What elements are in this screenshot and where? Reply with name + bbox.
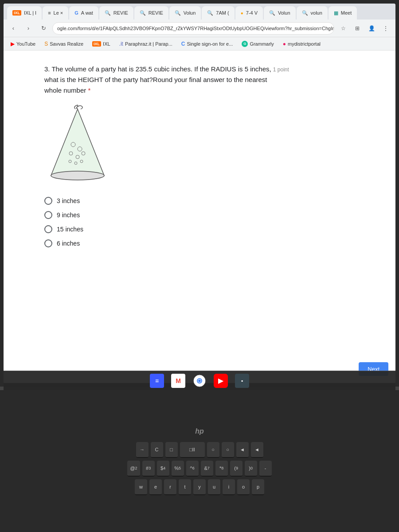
- radio-option-9inches[interactable]: 9 inches: [44, 211, 355, 219]
- tab-google-icon: G: [74, 10, 78, 16]
- key-at[interactable]: @2: [127, 461, 140, 477]
- tab-meet[interactable]: ▦ Meet: [329, 6, 357, 20]
- tab-7am-label: 7AM (: [216, 10, 229, 16]
- key-refresh[interactable]: C: [151, 442, 163, 458]
- tab-meet-icon: ▦: [334, 10, 338, 16]
- extensions-button[interactable]: ⊞: [351, 22, 364, 35]
- tab-74v[interactable]: ● 7-4 V: [235, 6, 263, 20]
- tab-le[interactable]: ≡ Le ×: [43, 6, 68, 20]
- tab-revie2-label: REVIE: [149, 10, 163, 16]
- tab-volun3[interactable]: 🔍 volun: [297, 6, 328, 20]
- tab-volun1[interactable]: 🔍 Volun: [169, 6, 201, 20]
- tab-le-icon: ≡: [48, 10, 51, 16]
- reload-button[interactable]: ↻: [37, 22, 50, 35]
- radio-option-15inches[interactable]: 15 inches: [44, 225, 355, 233]
- tab-revie1[interactable]: 🔍 REVIE: [99, 6, 133, 20]
- tab-google[interactable]: G A wat: [69, 6, 98, 20]
- browser-window: IXL IXL | I ≡ Le × G A wat 🔍 REVIE 🔍 REV…: [4, 4, 395, 383]
- key-o[interactable]: o: [237, 479, 250, 495]
- party-hat-image: [44, 105, 111, 184]
- youtube-favicon: ▶: [11, 41, 15, 47]
- address-bar[interactable]: ogle.com/forms/d/e/1FAlpQLSdhh23VBO9FKpn…: [52, 22, 334, 35]
- bookmark-grammarly[interactable]: G Grammarly: [238, 40, 277, 48]
- tab-volun2-icon: 🔍: [269, 10, 275, 16]
- tab-revie2[interactable]: 🔍 REVIE: [134, 6, 168, 20]
- key-i[interactable]: i: [223, 479, 235, 495]
- bookmark-mydistrictportal[interactable]: ● mydistrictportal: [279, 40, 324, 48]
- key-ampersand[interactable]: &7: [201, 461, 213, 477]
- key-r[interactable]: r: [164, 479, 176, 495]
- taskbar-gmail-icon[interactable]: M: [171, 374, 185, 388]
- radio-option-6inches[interactable]: 6 inches: [44, 239, 355, 247]
- key-e[interactable]: e: [149, 479, 162, 495]
- keyboard-area: hp → C □ □II ○ ○ ◄ ◄ @2 #3 $4 %5 ^6 &7 *…: [0, 390, 399, 532]
- taskbar-youtube-icon[interactable]: ▶: [214, 374, 228, 388]
- bookmark-paraphraz[interactable]: .it Paraphraz.it | Parap...: [116, 40, 176, 48]
- radio-circle-15inches[interactable]: [44, 225, 52, 233]
- key-caret[interactable]: ^6: [186, 461, 199, 477]
- key-p[interactable]: p: [252, 479, 264, 495]
- bookmark-ixl[interactable]: IXL IXL: [89, 40, 114, 47]
- question-number: 3.: [44, 65, 50, 73]
- radio-circle-9inches[interactable]: [44, 211, 52, 219]
- key-back1[interactable]: ◄: [236, 442, 249, 458]
- key-circle1[interactable]: ○: [207, 442, 219, 458]
- taskbar-chrome-icon[interactable]: [192, 374, 207, 388]
- point-label: 1 point: [273, 66, 289, 73]
- taskbar-files-icon[interactable]: ≡: [150, 374, 164, 388]
- bookmark-savvas[interactable]: S Savvas Realize: [41, 40, 87, 48]
- bookmark-sso[interactable]: C Single sign-on for e...: [178, 40, 237, 48]
- chrome-svg: [193, 375, 206, 387]
- key-t[interactable]: t: [179, 479, 191, 495]
- svg-point-13: [198, 379, 201, 382]
- bookmark-grammarly-label: Grammarly: [250, 41, 274, 47]
- key-arrow[interactable]: →: [136, 442, 149, 458]
- bookmark-youtube-label: YouTube: [16, 41, 35, 47]
- key-asterisk[interactable]: *8: [215, 461, 228, 477]
- key-y[interactable]: y: [193, 479, 206, 495]
- key-hash[interactable]: #3: [142, 461, 155, 477]
- keyboard-row-numbers: @2 #3 $4 %5 ^6 &7 *8 (9 )0 -: [127, 461, 271, 477]
- taskbar-extra-icon[interactable]: ▪: [235, 374, 249, 388]
- tab-ixl[interactable]: IXL IXL | I: [7, 6, 42, 20]
- key-window[interactable]: □: [165, 442, 178, 458]
- savvas-favicon: S: [44, 41, 48, 47]
- tab-volun3-label: volun: [311, 10, 322, 16]
- forward-button[interactable]: ›: [22, 22, 35, 35]
- key-back2[interactable]: ◄: [251, 442, 263, 458]
- key-percent[interactable]: %5: [172, 461, 184, 477]
- question-text: 3. The volume of a party hat is 235.5 cu…: [44, 64, 355, 96]
- svg-marker-0: [51, 109, 104, 176]
- required-star: *: [88, 86, 90, 94]
- radio-option-3inches[interactable]: 3 inches: [44, 197, 355, 205]
- tab-volun2-label: Volun: [278, 10, 290, 16]
- key-w[interactable]: w: [135, 479, 147, 495]
- key-minus[interactable]: -: [259, 461, 272, 477]
- tab-revie1-icon: 🔍: [105, 10, 111, 16]
- tab-volun2[interactable]: 🔍 Volun: [264, 6, 296, 20]
- ixl-favicon: IXL: [92, 41, 101, 47]
- radio-label-6inches: 6 inches: [57, 240, 80, 247]
- radio-circle-6inches[interactable]: [44, 239, 52, 247]
- ixl-tab-favicon: IXL: [12, 10, 21, 16]
- back-button[interactable]: ‹: [7, 22, 20, 35]
- key-rparen[interactable]: )0: [245, 461, 257, 477]
- bookmark-star-button[interactable]: ☆: [337, 22, 349, 35]
- tab-ixl-label: IXL | I: [24, 10, 36, 16]
- bookmark-youtube[interactable]: ▶ YouTube: [7, 40, 39, 48]
- key-circle2[interactable]: ○: [222, 442, 234, 458]
- tab-7am[interactable]: 🔍 7AM (: [202, 6, 234, 20]
- key-u[interactable]: u: [208, 479, 220, 495]
- tab-le-label: Le ×: [54, 10, 63, 16]
- menu-button[interactable]: ⋮: [379, 22, 392, 35]
- laptop-screen: IXL IXL | I ≡ Le × G A wat 🔍 REVIE 🔍 REV…: [0, 0, 399, 390]
- bookmarks-bar: ▶ YouTube S Savvas Realize IXL IXL .it P…: [4, 37, 395, 51]
- radio-circle-3inches[interactable]: [44, 197, 52, 205]
- keyboard-row-qwerty: w e r t y u i o p: [135, 479, 264, 495]
- key-lparen[interactable]: (9: [230, 461, 243, 477]
- question-container: 3. The volume of a party hat is 235.5 cu…: [44, 64, 355, 247]
- key-pause[interactable]: □II: [180, 442, 205, 458]
- paraphraz-favicon: .it: [119, 41, 123, 47]
- profile-button[interactable]: 👤: [365, 22, 378, 35]
- key-dollar[interactable]: $4: [157, 461, 169, 477]
